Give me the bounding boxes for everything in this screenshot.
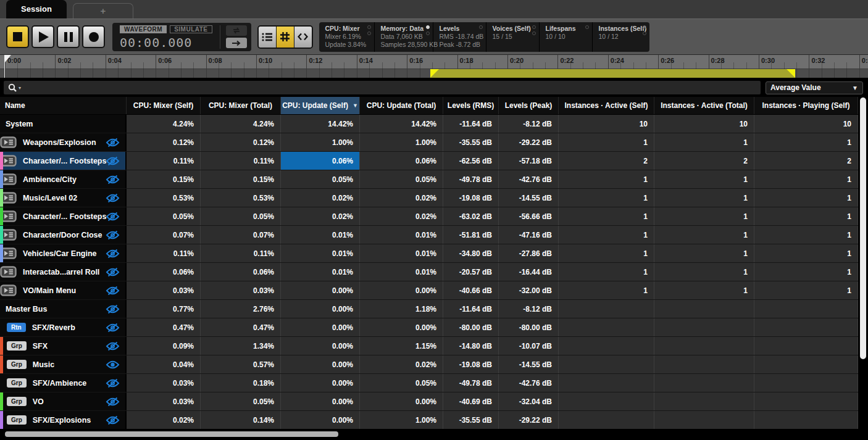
cell-levels-rms[interactable]: -40.69 dB bbox=[443, 392, 499, 410]
visibility-toggle[interactable] bbox=[106, 286, 120, 298]
cell-instances-active-total[interactable]: 1 bbox=[654, 281, 754, 299]
cell-instances-active-self[interactable] bbox=[559, 355, 654, 373]
visibility-off-icon[interactable] bbox=[106, 286, 120, 296]
cell-levels-peak[interactable]: -8.12 dB bbox=[499, 115, 559, 133]
cell-instances-active-total[interactable]: 1 bbox=[654, 263, 754, 281]
visibility-off-icon[interactable] bbox=[106, 156, 120, 166]
row-name-cell[interactable]: System bbox=[0, 115, 127, 133]
cell-instances-playing-self[interactable]: 1 bbox=[754, 189, 858, 207]
cell-levels-rms[interactable]: -35.55 dB bbox=[443, 133, 499, 151]
cell-instances-active-self[interactable]: 10 bbox=[559, 115, 654, 133]
visibility-toggle[interactable] bbox=[106, 156, 120, 168]
row-name-cell[interactable]: Vehicles/Car Engine bbox=[0, 244, 127, 262]
stop-button[interactable] bbox=[6, 25, 29, 48]
cell-instances-active-total[interactable] bbox=[654, 355, 754, 373]
graph-toggle-icon[interactable] bbox=[426, 25, 430, 29]
visibility-off-icon[interactable] bbox=[106, 397, 120, 407]
cell-cpu-update-self[interactable]: 0.00% bbox=[281, 355, 360, 373]
cell-cpu-mixer-total[interactable]: 1.34% bbox=[201, 337, 281, 355]
cell-levels-rms[interactable]: -11.64 dB bbox=[443, 115, 499, 133]
cell-cpu-update-self[interactable]: 0.02% bbox=[281, 189, 360, 207]
cell-levels-rms[interactable]: -19.08 dB bbox=[443, 355, 499, 373]
cell-cpu-update-total[interactable]: 0.00% bbox=[360, 392, 443, 410]
cell-instances-playing-self[interactable]: 1 bbox=[754, 281, 858, 299]
cell-instances-playing-self[interactable]: 1 bbox=[754, 263, 858, 281]
cell-cpu-update-total[interactable]: 0.01% bbox=[360, 226, 443, 244]
row-name-cell[interactable]: Character/... Footsteps bbox=[0, 152, 127, 170]
cell-cpu-mixer-total[interactable]: 0.05% bbox=[201, 392, 281, 410]
cell-cpu-update-total[interactable]: 1.15% bbox=[360, 337, 443, 355]
visibility-toggle[interactable] bbox=[106, 212, 120, 224]
cell-instances-active-total[interactable]: 10 bbox=[654, 115, 754, 133]
cell-cpu-mixer-total[interactable]: 0.11% bbox=[201, 152, 281, 170]
cell-levels-rms[interactable]: -40.66 dB bbox=[443, 281, 499, 299]
horizontal-scrollbar[interactable] bbox=[0, 429, 868, 440]
cell-cpu-update-self[interactable]: 0.00% bbox=[281, 392, 360, 410]
cell-cpu-update-total[interactable]: 0.05% bbox=[360, 374, 443, 392]
cell-cpu-mixer-self[interactable]: 0.02% bbox=[127, 411, 201, 429]
cell-levels-peak[interactable]: -80.00 dB bbox=[499, 318, 559, 336]
visibility-off-icon[interactable] bbox=[106, 415, 120, 425]
cell-instances-active-self[interactable] bbox=[559, 374, 654, 392]
column-header-instances-playing-self[interactable]: Instances · Playing (Self) bbox=[754, 97, 858, 114]
cell-cpu-update-self[interactable]: 0.00% bbox=[281, 411, 360, 429]
cell-instances-playing-self[interactable]: 1 bbox=[754, 207, 858, 225]
cell-cpu-update-total[interactable]: 14.42% bbox=[360, 115, 443, 133]
meter-cpu-mixer[interactable]: CPU: MixerMixer 6.19%Update 3.84% bbox=[319, 22, 375, 52]
cell-instances-active-total[interactable]: 1 bbox=[654, 207, 754, 225]
row-name-cell[interactable]: GrpSFX bbox=[0, 337, 127, 355]
graph-toggle-icon[interactable] bbox=[585, 25, 589, 29]
cell-instances-active-total[interactable]: 1 bbox=[654, 189, 754, 207]
row-name-cell[interactable]: GrpVO bbox=[0, 392, 127, 410]
graph-toggle-icon[interactable] bbox=[532, 25, 536, 29]
cell-levels-peak[interactable]: -29.22 dB bbox=[499, 133, 559, 151]
cell-instances-active-total[interactable]: 1 bbox=[654, 170, 754, 188]
cell-instances-active-self[interactable] bbox=[559, 318, 654, 336]
row-name-cell[interactable]: Master Bus bbox=[0, 300, 127, 318]
visibility-toggle[interactable] bbox=[106, 175, 120, 187]
cell-levels-peak[interactable]: -32.04 dB bbox=[499, 392, 559, 410]
value-mode-select[interactable]: Average Value ▼ bbox=[766, 81, 863, 94]
cell-cpu-update-total[interactable]: 1.00% bbox=[360, 133, 443, 151]
profiler-capture-region[interactable] bbox=[430, 69, 795, 78]
search-input[interactable]: ▾ bbox=[4, 81, 761, 94]
visibility-toggle[interactable] bbox=[106, 360, 120, 372]
capture-start-marker-icon[interactable] bbox=[430, 69, 439, 78]
cell-instances-playing-self[interactable]: 1 bbox=[754, 226, 858, 244]
graph-toggle-icon[interactable] bbox=[367, 31, 371, 35]
column-header-cpu-update-total[interactable]: CPU: Update (Total) bbox=[360, 97, 443, 114]
cell-instances-active-total[interactable]: 1 bbox=[654, 244, 754, 262]
cell-cpu-mixer-total[interactable]: 0.07% bbox=[201, 226, 281, 244]
cell-cpu-update-total[interactable]: 1.00% bbox=[360, 411, 443, 429]
cell-instances-active-self[interactable]: 1 bbox=[559, 281, 654, 299]
visibility-off-icon[interactable] bbox=[106, 378, 120, 388]
visibility-toggle[interactable] bbox=[106, 304, 120, 317]
visibility-off-icon[interactable] bbox=[106, 267, 120, 277]
cell-cpu-mixer-self[interactable]: 0.53% bbox=[127, 189, 201, 207]
cell-instances-playing-self[interactable] bbox=[754, 300, 858, 318]
cell-instances-active-total[interactable]: 2 bbox=[654, 152, 754, 170]
cell-instances-active-total[interactable] bbox=[654, 374, 754, 392]
timeline-ruler[interactable]: 0:000:020:040:060:080:100:120:140:160:18… bbox=[0, 54, 868, 78]
cell-instances-playing-self[interactable] bbox=[754, 411, 858, 429]
play-button[interactable] bbox=[31, 25, 54, 48]
visibility-off-icon[interactable] bbox=[106, 230, 120, 240]
cell-levels-rms[interactable]: -63.02 dB bbox=[443, 207, 499, 225]
row-name-cell[interactable]: Ambience/City bbox=[0, 170, 127, 188]
cell-cpu-update-self[interactable]: 0.00% bbox=[281, 337, 360, 355]
cell-cpu-update-self[interactable]: 14.42% bbox=[281, 115, 360, 133]
cell-instances-active-total[interactable] bbox=[654, 300, 754, 318]
cell-instances-active-self[interactable]: 1 bbox=[559, 263, 654, 281]
column-header-cpu-update-self[interactable]: CPU: Update (Self)▼ bbox=[281, 97, 360, 114]
search-options-caret-icon[interactable]: ▾ bbox=[19, 85, 21, 91]
cell-instances-active-self[interactable] bbox=[559, 337, 654, 355]
row-name-cell[interactable]: Interactab...arrel Roll bbox=[0, 263, 127, 281]
vertical-scrollbar[interactable] bbox=[858, 96, 868, 429]
horizontal-scrollbar-thumb[interactable] bbox=[5, 431, 338, 437]
cell-cpu-update-self[interactable]: 0.01% bbox=[281, 263, 360, 281]
cell-levels-rms[interactable]: -62.56 dB bbox=[443, 152, 499, 170]
cell-levels-peak[interactable]: -14.55 dB bbox=[499, 355, 559, 373]
visibility-toggle[interactable] bbox=[106, 249, 120, 261]
cell-instances-active-self[interactable]: 1 bbox=[559, 170, 654, 188]
cell-cpu-mixer-self[interactable]: 0.12% bbox=[127, 133, 201, 151]
